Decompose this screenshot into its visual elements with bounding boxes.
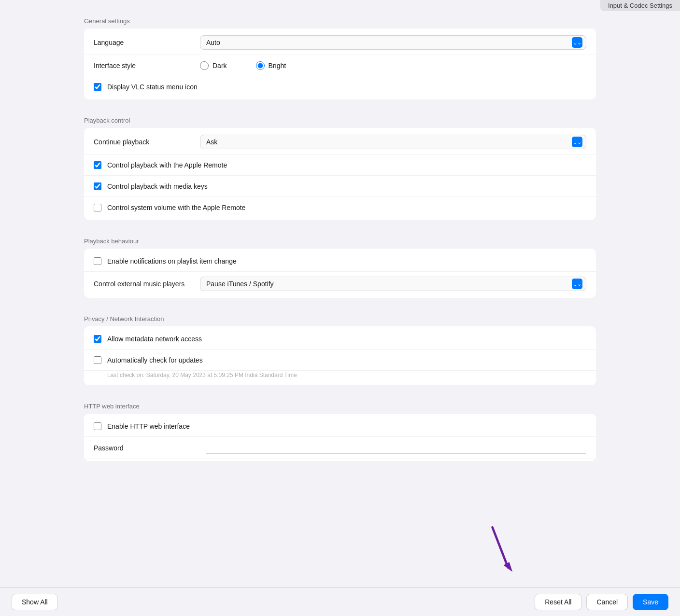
main-content: General settings Language Auto English F… [65, 0, 615, 509]
section-playback-behaviour-card: Enable notifications on playlist item ch… [84, 249, 596, 298]
vlc-status-icon-label: Display VLC status menu icon [107, 83, 198, 91]
top-bar-title: Input & Codec Settings [608, 2, 672, 9]
language-control: Auto English French German Spanish ⌄ [200, 35, 586, 50]
system-volume-checkbox[interactable] [94, 204, 101, 211]
media-keys-row: Control playback with media keys [84, 176, 596, 197]
section-http-card: Enable HTTP web interface Password [84, 414, 596, 461]
check-updates-checkbox[interactable] [94, 356, 101, 364]
check-updates-row: Automatically check for updates [84, 350, 596, 371]
external-music-row: Control external music players Pause iTu… [84, 272, 596, 296]
top-bar-label: Input & Codec Settings [600, 0, 680, 11]
language-select[interactable]: Auto English French German Spanish [200, 35, 586, 50]
language-row: Language Auto English French German Span… [84, 30, 596, 55]
vlc-status-icon-row: Display VLC status menu icon [84, 76, 596, 98]
external-music-label: Control external music players [94, 280, 200, 288]
radio-bright-label: Bright [269, 62, 286, 70]
check-updates-label: Automatically check for updates [107, 356, 203, 364]
continue-playback-row: Continue playback Ask Always Never ⌄ [84, 130, 596, 154]
metadata-network-label: Allow metadata network access [107, 335, 202, 343]
save-button[interactable]: Save [633, 594, 668, 610]
vlc-status-icon-checkbox[interactable] [94, 83, 101, 91]
continue-playback-select[interactable]: Ask Always Never [200, 135, 586, 149]
section-privacy-card: Allow metadata network access Automatica… [84, 326, 596, 385]
interface-style-label: Interface style [94, 62, 200, 70]
section-http: HTTP web interface Enable HTTP web inter… [84, 395, 596, 461]
enable-http-checkbox[interactable] [94, 422, 101, 430]
notifications-row: Enable notifications on playlist item ch… [84, 251, 596, 272]
bottom-toolbar: Show All Reset All Cancel Save [0, 587, 680, 616]
arrow-annotation [482, 523, 521, 582]
external-music-select[interactable]: Pause iTunes / Spotify Do nothing Stop [200, 277, 586, 291]
cancel-button[interactable]: Cancel [586, 594, 628, 610]
password-input[interactable] [206, 442, 586, 454]
section-playback-behaviour-title: Playback behaviour [84, 230, 596, 249]
radio-dark-label: Dark [212, 62, 227, 70]
section-playback-control-card: Continue playback Ask Always Never ⌄ [84, 128, 596, 220]
check-updates-sublabel: Last check on: Saturday, 20 May 2023 at … [84, 371, 596, 383]
system-volume-label: Control system volume with the Apple Rem… [107, 204, 245, 211]
section-http-title: HTTP web interface [84, 395, 596, 414]
password-label: Password [94, 444, 200, 452]
section-playback-behaviour: Playback behaviour Enable notifications … [84, 230, 596, 298]
svg-line-0 [493, 527, 508, 567]
external-music-select-wrapper: Pause iTunes / Spotify Do nothing Stop ⌄ [200, 277, 586, 291]
enable-http-label: Enable HTTP web interface [107, 422, 190, 430]
radio-bright[interactable]: Bright [256, 61, 286, 70]
continue-playback-select-wrapper: Ask Always Never ⌄ [200, 135, 586, 149]
notifications-checkbox[interactable] [94, 257, 101, 265]
section-general-title: General settings [84, 10, 596, 28]
apple-remote-checkbox[interactable] [94, 161, 101, 169]
section-general-card: Language Auto English French German Span… [84, 28, 596, 99]
section-playback-control: Playback control Continue playback Ask A… [84, 109, 596, 220]
metadata-network-checkbox[interactable] [94, 335, 101, 343]
section-general: General settings Language Auto English F… [84, 10, 596, 99]
show-all-button[interactable]: Show All [12, 594, 58, 610]
metadata-network-row: Allow metadata network access [84, 328, 596, 350]
interface-style-row: Interface style Dark Bright [84, 55, 596, 76]
interface-style-control: Dark Bright [200, 61, 586, 70]
section-playback-control-title: Playback control [84, 109, 596, 128]
arrow-svg [482, 523, 521, 581]
radio-dark[interactable]: Dark [200, 61, 227, 70]
section-privacy: Privacy / Network Interaction Allow meta… [84, 308, 596, 385]
radio-bright-input[interactable] [256, 61, 265, 70]
action-buttons: Reset All Cancel Save [535, 594, 668, 610]
notifications-label: Enable notifications on playlist item ch… [107, 257, 237, 265]
external-music-control: Pause iTunes / Spotify Do nothing Stop ⌄ [200, 277, 586, 291]
language-label: Language [94, 39, 200, 46]
enable-http-row: Enable HTTP web interface [84, 416, 596, 437]
language-select-wrapper: Auto English French German Spanish ⌄ [200, 35, 586, 50]
password-row: Password [84, 437, 596, 459]
apple-remote-label: Control playback with the Apple Remote [107, 161, 227, 169]
media-keys-label: Control playback with media keys [107, 182, 208, 190]
radio-dark-input[interactable] [200, 61, 209, 70]
reset-all-button[interactable]: Reset All [535, 594, 581, 610]
system-volume-row: Control system volume with the Apple Rem… [84, 197, 596, 218]
apple-remote-row: Control playback with the Apple Remote [84, 154, 596, 176]
section-privacy-title: Privacy / Network Interaction [84, 308, 596, 326]
continue-playback-control: Ask Always Never ⌄ [200, 135, 586, 149]
continue-playback-label: Continue playback [94, 138, 200, 146]
media-keys-checkbox[interactable] [94, 182, 101, 190]
svg-marker-1 [504, 562, 512, 572]
